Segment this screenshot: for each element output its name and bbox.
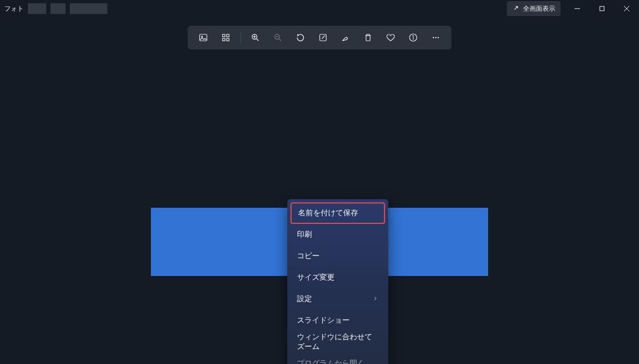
- menu-label: 設定: [297, 294, 312, 304]
- toolbar: [188, 26, 452, 49]
- menu-label: 印刷: [297, 230, 312, 239]
- svg-line-15: [279, 39, 281, 41]
- svg-rect-8: [223, 39, 226, 41]
- svg-rect-6: [223, 34, 226, 37]
- menu-copy[interactable]: コピー: [291, 245, 385, 267]
- svg-rect-4: [200, 34, 207, 41]
- context-menu: 名前を付けて保存 印刷 コピー サイズ変更 設定 スライドショー ウィンドウに合…: [287, 199, 388, 364]
- rotate-icon[interactable]: [291, 28, 311, 47]
- maximize-button[interactable]: [590, 0, 614, 17]
- minimize-button[interactable]: [565, 0, 590, 17]
- svg-rect-1: [600, 6, 604, 11]
- menu-label: プログラムから開く: [297, 359, 365, 364]
- svg-line-11: [257, 39, 259, 41]
- fullscreen-icon: [512, 4, 520, 13]
- toolbar-separator: [241, 32, 241, 43]
- close-button[interactable]: [614, 0, 639, 17]
- svg-point-5: [201, 36, 202, 37]
- fullscreen-label: 全画面表示: [523, 4, 555, 13]
- menu-label: サイズ変更: [297, 273, 335, 282]
- svg-point-22: [433, 37, 434, 38]
- titlebar-left: フォト: [4, 3, 107, 14]
- app-name: フォト: [4, 4, 24, 13]
- menu-slideshow[interactable]: スライドショー: [291, 310, 385, 331]
- favorite-icon[interactable]: [381, 28, 401, 47]
- info-icon[interactable]: [403, 28, 424, 47]
- zoom-in-icon[interactable]: [245, 28, 266, 47]
- fullscreen-button[interactable]: 全画面表示: [507, 1, 561, 16]
- menu-label: コピー: [297, 251, 320, 261]
- svg-point-21: [413, 35, 413, 36]
- image-icon[interactable]: [193, 28, 214, 47]
- menu-print[interactable]: 印刷: [291, 224, 385, 245]
- filmstrip-icon[interactable]: [216, 28, 236, 47]
- delete-icon[interactable]: [358, 28, 379, 47]
- title-redacted-2: [50, 3, 66, 14]
- menu-label: 名前を付けて保存: [298, 208, 358, 218]
- markup-icon[interactable]: [336, 28, 356, 47]
- title-redacted-3: [70, 3, 107, 14]
- title-redacted-1: [28, 3, 46, 14]
- svg-rect-7: [227, 34, 229, 37]
- svg-point-24: [438, 37, 439, 38]
- titlebar: フォト 全画面表示: [0, 0, 639, 17]
- titlebar-right: 全画面表示: [507, 0, 639, 17]
- svg-point-23: [435, 37, 436, 38]
- svg-rect-18: [366, 35, 371, 41]
- chevron-right-icon: [372, 295, 379, 303]
- menu-save-as[interactable]: 名前を付けて保存: [291, 202, 385, 224]
- menu-fit-zoom[interactable]: ウィンドウに合わせてズーム: [291, 331, 385, 353]
- menu-open-with[interactable]: プログラムから開く: [291, 353, 385, 364]
- menu-label: スライドショー: [297, 316, 350, 325]
- menu-resize[interactable]: サイズ変更: [291, 267, 385, 288]
- menu-label: ウィンドウに合わせてズーム: [297, 332, 379, 352]
- edit-icon[interactable]: [313, 28, 333, 47]
- zoom-out-icon[interactable]: [268, 28, 288, 47]
- more-icon[interactable]: [426, 28, 446, 47]
- svg-rect-9: [227, 39, 229, 41]
- menu-settings[interactable]: 設定: [291, 288, 385, 310]
